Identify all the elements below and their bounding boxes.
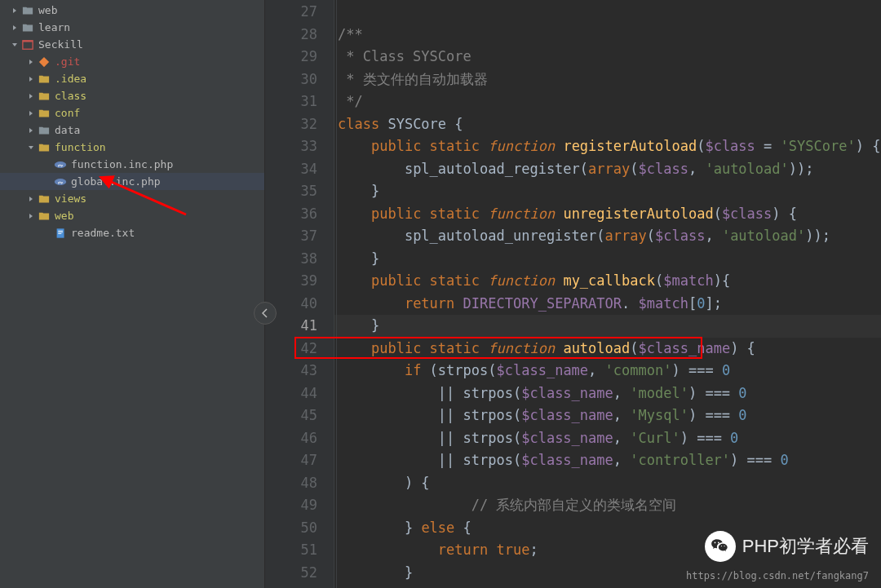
line-number[interactable]: 33 <box>265 135 317 158</box>
line-number[interactable]: 52 <box>265 562 317 585</box>
code-line[interactable]: */ <box>334 91 881 113</box>
code-line[interactable]: || strpos($class_name, 'Mysql') === 0 <box>334 405 881 427</box>
tree-item-Seckill[interactable]: Seckill <box>0 36 264 53</box>
code-line[interactable]: public static function my_callback($matc… <box>334 270 881 293</box>
watermark-text: PHP初学者必看 <box>742 534 869 559</box>
tree-item-function-inc-php[interactable]: phpfunction.inc.php <box>0 156 264 173</box>
chevron-right-icon[interactable] <box>11 7 19 15</box>
chevron-right-icon[interactable] <box>27 126 35 135</box>
line-number[interactable]: 37 <box>265 225 317 248</box>
line-number[interactable]: 38 <box>265 248 317 271</box>
code-line[interactable]: /** <box>334 24 881 46</box>
svg-rect-1 <box>23 40 33 42</box>
line-number[interactable]: 30 <box>265 69 317 91</box>
tree-item-web[interactable]: web <box>0 2 264 19</box>
tree-item-readme-txt[interactable]: readme.txt <box>0 224 264 241</box>
line-number[interactable]: 34 <box>265 158 317 181</box>
php-icon: php <box>54 175 67 188</box>
line-number[interactable]: 39 <box>265 270 317 293</box>
editor-area[interactable]: 2728293031323334353637383940414243444546… <box>265 0 881 588</box>
code-line[interactable]: public static function autoload($class_n… <box>334 338 881 360</box>
code-line[interactable]: spl_autoload_register(array($class, 'aut… <box>334 158 881 181</box>
tree-item-web[interactable]: web <box>0 207 264 224</box>
sidebar-collapse-button[interactable] <box>254 302 277 325</box>
tree-item-learn[interactable]: learn <box>0 19 264 36</box>
line-number[interactable]: 29 <box>265 46 317 69</box>
tree-item-global-inc-php[interactable]: phpglobal.inc.php <box>0 173 264 190</box>
tree-item-class[interactable]: class <box>0 87 264 104</box>
line-number[interactable]: 48 <box>265 472 317 495</box>
tree-item-views[interactable]: views <box>0 190 264 207</box>
line-number[interactable]: 36 <box>265 203 317 226</box>
code-line[interactable]: } <box>334 248 881 271</box>
tree-item-label: .git <box>55 55 80 68</box>
chevron-right-icon[interactable] <box>11 24 19 32</box>
chevron-right-icon[interactable] <box>27 58 35 66</box>
line-number[interactable]: 42 <box>265 338 317 360</box>
line-number[interactable]: 50 <box>265 517 317 540</box>
tree-item-conf[interactable]: conf <box>0 104 264 122</box>
credit-url: https://blog.csdn.net/fangkang7 <box>686 570 869 581</box>
svg-rect-8 <box>58 232 63 232</box>
tree-item-data[interactable]: data <box>0 122 264 139</box>
chevron-right-icon[interactable] <box>27 75 35 83</box>
code-line[interactable]: || strpos($class_name, 'model') === 0 <box>334 382 881 405</box>
svg-rect-7 <box>58 230 63 231</box>
line-number[interactable]: 35 <box>265 180 317 203</box>
chevron-down-icon[interactable] <box>27 144 35 152</box>
code-line[interactable]: || strpos($class_name, 'controller') ===… <box>334 449 881 472</box>
code-line[interactable]: public static function registerAutoload(… <box>334 135 881 158</box>
line-number[interactable]: 28 <box>265 24 317 46</box>
tree-item-label: web <box>55 210 73 222</box>
code-line[interactable]: public static function unregisterAutoloa… <box>334 203 881 226</box>
folder-open-icon <box>38 141 51 154</box>
code-line[interactable]: || strpos($class_name, 'Curl') === 0 <box>334 427 881 450</box>
git-orange-icon <box>38 55 51 69</box>
code-line[interactable]: // 系统内部自定义的类域名空间 <box>334 494 881 517</box>
line-number[interactable]: 31 <box>265 91 317 113</box>
tree-item-label: web <box>38 4 57 16</box>
code-line[interactable]: return DIRECTORY_SEPARATOR. $match[0]; <box>334 293 881 316</box>
tree-item-label: data <box>55 124 80 136</box>
svg-text:php: php <box>58 179 64 183</box>
line-number[interactable]: 47 <box>265 449 317 472</box>
watermark-badge: PHP初学者必看 <box>705 531 869 562</box>
code-line[interactable]: class SYSCore { <box>334 113 881 136</box>
line-number[interactable]: 49 <box>265 494 317 517</box>
line-number[interactable]: 46 <box>265 427 317 450</box>
file-tree-sidebar[interactable]: weblearnSeckill.git.ideaclassconfdatafun… <box>0 0 265 588</box>
wechat-icon <box>705 531 736 562</box>
folder-open-icon <box>38 107 51 120</box>
project-red-icon <box>21 38 34 51</box>
chevron-right-icon[interactable] <box>27 195 35 203</box>
tree-item-function[interactable]: function <box>0 139 264 156</box>
folder-open-icon <box>38 210 51 223</box>
code-line[interactable] <box>334 1 881 24</box>
line-number[interactable]: 45 <box>265 405 317 427</box>
php-icon: php <box>54 158 67 171</box>
tree-item-label: function <box>55 141 106 153</box>
code-content[interactable]: /** * Class SYSCore * 类文件的自动加载器 */class … <box>334 0 881 588</box>
line-number[interactable]: 44 <box>265 382 317 405</box>
code-line[interactable]: * Class SYSCore <box>334 46 881 69</box>
editor-divider <box>336 0 337 588</box>
chevron-right-icon[interactable] <box>27 212 35 220</box>
code-line[interactable]: * 类文件的自动加载器 <box>334 69 881 91</box>
line-number[interactable]: 51 <box>265 539 317 562</box>
chevron-down-icon[interactable] <box>11 41 19 49</box>
chevron-right-icon[interactable] <box>27 92 35 100</box>
code-line[interactable]: if (strpos($class_name, 'common') === 0 <box>334 360 881 382</box>
tree-item-label: global.inc.php <box>71 175 161 188</box>
code-line[interactable]: ) { <box>334 472 881 495</box>
tree-item-label: views <box>55 192 86 205</box>
line-number[interactable]: 43 <box>265 360 317 382</box>
tree-item--idea[interactable]: .idea <box>0 70 264 87</box>
code-line[interactable]: spl_autoload_unregister(array($class, 'a… <box>334 225 881 248</box>
tree-item-label: conf <box>55 107 80 119</box>
chevron-right-icon[interactable] <box>27 109 35 117</box>
code-line[interactable]: } <box>334 180 881 203</box>
tree-item--git[interactable]: .git <box>0 53 264 70</box>
line-number[interactable]: 32 <box>265 113 317 136</box>
line-number[interactable]: 27 <box>265 1 317 24</box>
code-line[interactable]: } <box>334 315 881 338</box>
